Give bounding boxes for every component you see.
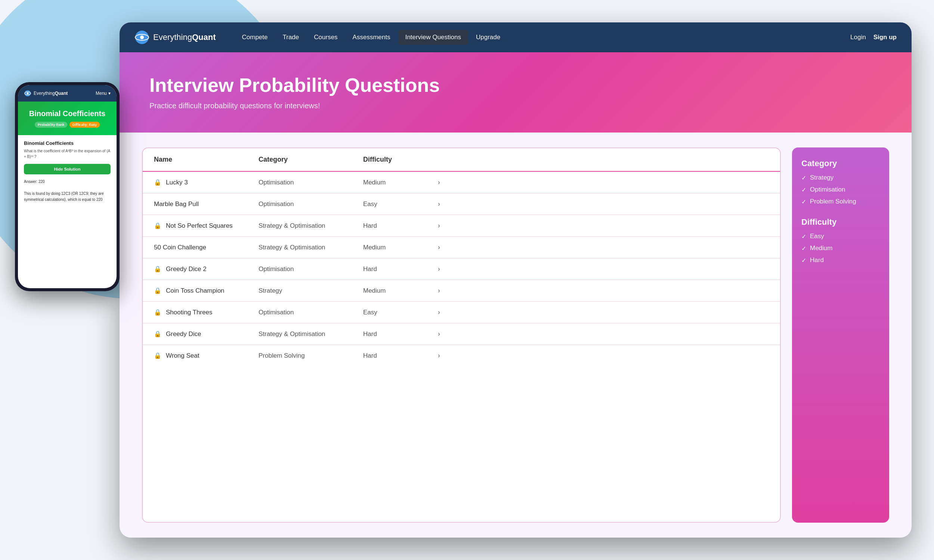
signup-button[interactable]: Sign up <box>874 34 897 41</box>
checkbox-easy-icon: ✓ <box>801 233 806 240</box>
nav-link-courses[interactable]: Courses <box>306 30 345 45</box>
lock-icon-0: 🔒 <box>154 179 162 186</box>
mobile-badge-probability: Probability Bank <box>35 122 67 128</box>
mobile-logo-icon <box>24 89 31 97</box>
row-name-6: 🔒 Shooting Threes <box>154 309 259 316</box>
lock-icon-2: 🔒 <box>154 222 162 229</box>
lock-icon-8: 🔒 <box>154 352 162 359</box>
row-category-3: Strategy & Optimisation <box>259 244 363 251</box>
mobile-menu-button[interactable]: Menu ▾ <box>96 91 111 96</box>
mobile-hide-solution-button[interactable]: Hide Solution <box>24 164 111 174</box>
svg-point-5 <box>140 35 144 39</box>
checkbox-problem-solving-icon: ✓ <box>801 198 806 205</box>
row-name-0: 🔒 Lucky 3 <box>154 179 259 186</box>
login-button[interactable]: Login <box>850 34 866 41</box>
row-chevron-3: › <box>438 243 460 251</box>
nav-logo-text: EverythingQuant <box>153 32 216 42</box>
nav-link-interview-questions[interactable]: Interview Questions <box>398 30 469 45</box>
mobile-logo: EverythingQuant <box>24 89 68 97</box>
questions-table: Name Category Difficulty 🔒 Lucky 3 Optim… <box>142 148 781 523</box>
row-name-4: 🔒 Greedy Dice 2 <box>154 265 259 273</box>
row-category-2: Strategy & Optimisation <box>259 222 363 229</box>
nav-link-compete[interactable]: Compete <box>234 30 275 45</box>
row-chevron-6: › <box>438 308 460 316</box>
row-category-5: Strategy <box>259 287 363 295</box>
mobile-question-title: Binomial Coefficients <box>24 140 111 146</box>
nav-link-upgrade[interactable]: Upgrade <box>469 30 508 45</box>
mobile-badge-difficulty: Difficulty: Easy <box>69 122 100 128</box>
filter-hard[interactable]: ✓ Hard <box>801 257 880 264</box>
mobile-logo-text: EverythingQuant <box>34 91 68 96</box>
col-header-difficulty: Difficulty <box>363 156 438 163</box>
table-row[interactable]: 🔒 Coin Toss Champion Strategy Medium › <box>143 280 780 302</box>
row-name-5: 🔒 Coin Toss Champion <box>154 287 259 295</box>
mobile-hero: Binomial Coefficients Probability Bank D… <box>18 102 117 135</box>
row-category-6: Optimisation <box>259 309 363 316</box>
lock-icon-4: 🔒 <box>154 265 162 272</box>
sidebar-divider <box>801 210 880 217</box>
row-category-0: Optimisation <box>259 179 363 186</box>
table-row[interactable]: 🔒 Lucky 3 Optimisation Medium › <box>143 172 780 193</box>
row-chevron-5: › <box>438 287 460 295</box>
nav-links: Compete Trade Courses Assessments Interv… <box>234 30 851 45</box>
mobile-badges: Probability Bank Difficulty: Easy <box>24 122 111 128</box>
row-name-3: 50 Coin Challenge <box>154 244 259 251</box>
lock-icon-7: 🔒 <box>154 331 162 337</box>
col-header-action <box>438 156 460 163</box>
difficulty-filter-title: Difficulty <box>801 217 880 227</box>
row-category-7: Strategy & Optimisation <box>259 331 363 338</box>
table-row[interactable]: 🔒 Not So Perfect Squares Strategy & Opti… <box>143 215 780 237</box>
mobile-content: Binomial Coefficients What is the coeffi… <box>18 135 117 288</box>
row-chevron-8: › <box>438 352 460 360</box>
filter-medium[interactable]: ✓ Medium <box>801 245 880 252</box>
col-header-name: Name <box>154 156 259 163</box>
row-chevron-7: › <box>438 330 460 338</box>
mobile-question-text: What is the coefficient of A³B⁹ in the e… <box>24 148 111 159</box>
filter-optimisation[interactable]: ✓ Optimisation <box>801 186 880 193</box>
nav-logo[interactable]: EverythingQuant <box>134 30 216 45</box>
hero-section: Interview Probability Questions Practice… <box>120 52 912 132</box>
filter-easy[interactable]: ✓ Easy <box>801 232 880 240</box>
table-row[interactable]: 🔒 Shooting Threes Optimisation Easy › <box>143 302 780 323</box>
row-chevron-0: › <box>438 178 460 186</box>
desktop-frame: EverythingQuant Compete Trade Courses As… <box>120 22 912 538</box>
row-name-7: 🔒 Greedy Dice <box>154 331 259 338</box>
row-name-8: 🔒 Wrong Seat <box>154 352 259 360</box>
nav-link-trade[interactable]: Trade <box>275 30 307 45</box>
filter-strategy[interactable]: ✓ Strategy <box>801 174 880 182</box>
row-difficulty-1: Easy <box>363 200 438 208</box>
row-name-1: Marble Bag Pull <box>154 200 259 208</box>
row-difficulty-6: Easy <box>363 309 438 316</box>
mobile-answer-label: Answer: 220 This is found by doing 12C3 … <box>24 179 111 203</box>
mobile-nav: EverythingQuant Menu ▾ <box>18 85 117 102</box>
row-category-1: Optimisation <box>259 200 363 208</box>
table-row[interactable]: 50 Coin Challenge Strategy & Optimisatio… <box>143 237 780 258</box>
table-row[interactable]: Marble Bag Pull Optimisation Easy › <box>143 193 780 215</box>
row-name-2: 🔒 Not So Perfect Squares <box>154 222 259 229</box>
checkbox-strategy-icon: ✓ <box>801 174 806 182</box>
filter-problem-solving[interactable]: ✓ Problem Solving <box>801 198 880 205</box>
nav-link-assessments[interactable]: Assessments <box>345 30 398 45</box>
lock-icon-6: 🔒 <box>154 309 162 316</box>
hero-title: Interview Probability Questions <box>150 75 882 96</box>
desktop-screen: EverythingQuant Compete Trade Courses As… <box>120 22 912 538</box>
table-row[interactable]: 🔒 Wrong Seat Problem Solving Hard › <box>143 345 780 366</box>
row-difficulty-4: Hard <box>363 265 438 273</box>
row-chevron-4: › <box>438 265 460 273</box>
row-difficulty-5: Medium <box>363 287 438 295</box>
navigation: EverythingQuant Compete Trade Courses As… <box>120 22 912 52</box>
row-difficulty-8: Hard <box>363 352 438 360</box>
lock-icon-5: 🔒 <box>154 287 162 294</box>
row-chevron-1: › <box>438 200 460 208</box>
filter-sidebar: Category ✓ Strategy ✓ Optimisation ✓ Pro… <box>792 148 889 523</box>
svg-point-2 <box>27 92 29 94</box>
table-header: Name Category Difficulty <box>143 148 780 172</box>
table-row[interactable]: 🔒 Greedy Dice Strategy & Optimisation Ha… <box>143 323 780 345</box>
checkbox-optimisation-icon: ✓ <box>801 186 806 193</box>
main-content: Name Category Difficulty 🔒 Lucky 3 Optim… <box>120 132 912 538</box>
hero-subtitle: Practice difficult probability questions… <box>150 102 882 110</box>
nav-right: Login Sign up <box>850 34 897 41</box>
table-row[interactable]: 🔒 Greedy Dice 2 Optimisation Hard › <box>143 258 780 280</box>
mobile-hero-title: Binomial Coefficients <box>24 109 111 118</box>
category-filter-title: Category <box>801 158 880 168</box>
